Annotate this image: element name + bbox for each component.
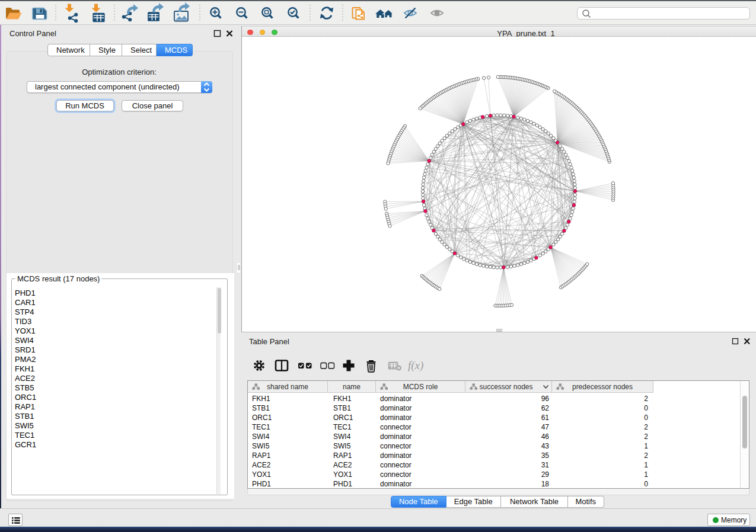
svg-text:f(x): f(x) bbox=[408, 359, 423, 372]
